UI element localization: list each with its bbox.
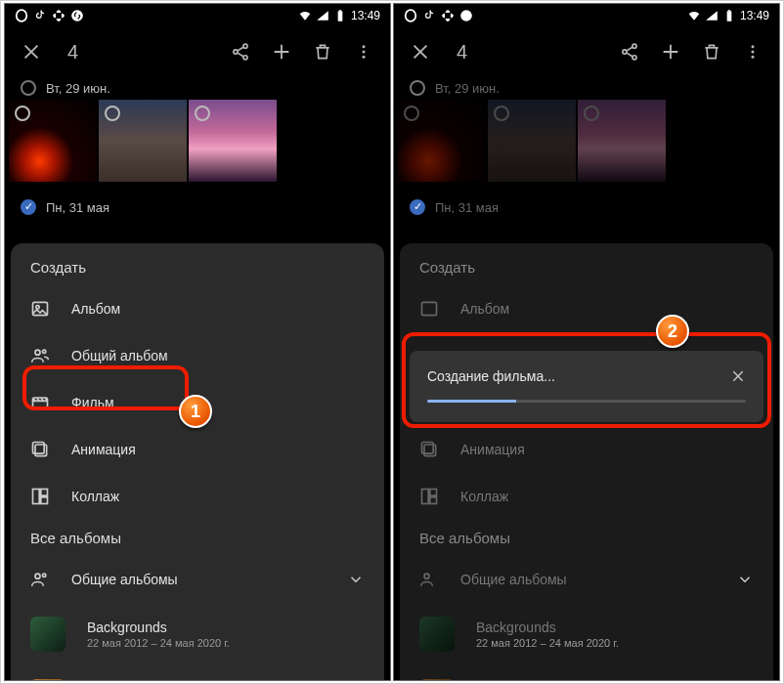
selection-count: 4 (67, 41, 220, 64)
close-button[interactable] (11, 31, 52, 72)
tiktok-icon (33, 9, 47, 22)
collage-icon (30, 487, 50, 506)
svg-point-1 (71, 10, 83, 21)
photo-thumbnail[interactable] (99, 100, 187, 182)
sheet-header-all-albums: Все альбомы (400, 530, 773, 556)
delete-button[interactable] (691, 31, 732, 72)
svg-rect-24 (727, 11, 732, 21)
svg-point-13 (43, 350, 46, 353)
sheet-header-all-albums: Все альбомы (11, 530, 384, 556)
select-ring-icon (494, 106, 509, 121)
date-label: Пн, 31 мая (46, 200, 109, 215)
annotation-badge-1: 1 (179, 395, 212, 428)
shared-albums-row[interactable]: Общие альбомы (11, 556, 384, 603)
bottom-sheet-dimmed: Создать Альбом . . Анимация Коллаж Все а… (400, 243, 773, 680)
svg-point-0 (17, 10, 27, 21)
svg-rect-3 (339, 10, 341, 11)
svg-rect-37 (430, 497, 437, 504)
close-button[interactable] (400, 31, 441, 72)
collage-icon (419, 487, 439, 506)
photo-thumbnail (488, 100, 576, 182)
date-label: Вт, 29 июн. (46, 81, 110, 96)
share-button[interactable] (609, 31, 650, 72)
wifi-icon (298, 9, 312, 22)
phone-left: 13:49 4 Вт, 29 июн. (4, 3, 391, 681)
photo-thumbnail (578, 100, 666, 182)
date-header-mid[interactable]: Пн, 31 мая (5, 195, 390, 219)
select-ring-icon (404, 106, 419, 121)
create-collage-item[interactable]: Коллаж (11, 473, 384, 520)
content-area: Вт, 29 июн. Пн, 31 мая (394, 76, 779, 219)
add-button[interactable] (261, 31, 302, 72)
progress-title: Создание фильма... (427, 368, 555, 384)
status-bar: 13:49 (5, 4, 390, 27)
app-bar: 4 (394, 27, 779, 76)
signal-icon (316, 9, 329, 22)
album-row: Backgrounds 22 мая 2012 – 24 мая 2020 г. (400, 603, 773, 665)
album-thumb-icon (419, 617, 455, 652)
sheet-header-create: Создать (11, 259, 384, 285)
photo-grid (394, 100, 779, 182)
item-label: Альбом (71, 301, 120, 317)
svg-point-20 (35, 574, 40, 578)
album-icon (419, 299, 439, 319)
progress-close-button[interactable] (730, 368, 746, 384)
create-album-item[interactable]: Альбом (11, 285, 384, 332)
create-animation-item[interactable]: Анимация (11, 426, 384, 473)
photo-grid (5, 100, 390, 182)
svg-point-11 (36, 306, 39, 309)
create-album-item: Альбом (400, 285, 773, 332)
bottom-sheet: Создать Альбом Общий альбом Фильм Анимац… (11, 243, 384, 680)
sheet-header-create: Создать (400, 259, 773, 285)
overflow-button[interactable] (343, 31, 384, 72)
wifi-icon (687, 9, 701, 22)
create-collage-item: Коллаж (400, 473, 773, 520)
album-row[interactable]: Animals 26 дек. 2011 – 24 мая 2020 г. (11, 665, 384, 681)
svg-point-23 (460, 10, 472, 21)
date-checkbox-selected-icon[interactable] (21, 199, 36, 215)
status-time: 13:49 (740, 9, 769, 22)
item-label: Анимация (71, 442, 136, 457)
svg-point-21 (43, 574, 46, 577)
selection-count: 4 (457, 41, 609, 64)
animation-icon (419, 440, 439, 459)
svg-point-12 (35, 350, 40, 355)
album-subtitle: 22 мая 2012 – 24 мая 2020 г. (87, 637, 230, 649)
select-ring-icon[interactable] (15, 106, 30, 121)
battery-icon (722, 9, 736, 22)
app-bar: 4 (5, 27, 390, 76)
svg-point-7 (363, 45, 366, 48)
date-label: Пн, 31 мая (435, 200, 499, 215)
item-label: Общий альбом (71, 348, 168, 363)
photo-thumbnail[interactable] (9, 100, 97, 182)
create-shared-album-item[interactable]: Общий альбом (11, 332, 384, 379)
date-header-top[interactable]: Вт, 29 июн. (5, 76, 390, 100)
date-checkbox-icon[interactable] (21, 80, 36, 96)
create-animation-item: Анимация (400, 426, 773, 473)
album-row: Animals 26 дек. 2011 – 24 мая 2020 г. (400, 665, 773, 681)
album-subtitle: 22 мая 2012 – 24 мая 2020 г. (476, 637, 619, 649)
svg-rect-19 (41, 497, 48, 504)
share-button[interactable] (220, 31, 261, 72)
status-time: 13:49 (351, 9, 380, 22)
select-ring-icon (584, 106, 599, 121)
select-ring-icon[interactable] (195, 106, 210, 121)
delete-button[interactable] (302, 31, 343, 72)
signal-icon (705, 9, 719, 22)
item-label: Общие альбомы (460, 572, 567, 587)
status-bar: 13:49 (394, 4, 779, 27)
select-ring-icon[interactable] (105, 106, 120, 121)
album-row[interactable]: Backgrounds 22 мая 2012 – 24 мая 2020 г. (11, 603, 384, 665)
album-thumb-icon (30, 679, 65, 681)
photo-thumbnail[interactable] (189, 100, 277, 182)
overflow-button[interactable] (732, 31, 773, 72)
svg-point-22 (406, 10, 416, 21)
animation-icon (30, 440, 50, 459)
opera-icon (404, 9, 417, 22)
item-label: Общие альбомы (71, 572, 178, 587)
svg-point-8 (363, 51, 366, 54)
svg-rect-36 (430, 490, 437, 496)
shared-albums-row: Общие альбомы (400, 556, 773, 603)
add-button[interactable] (650, 31, 691, 72)
svg-rect-18 (41, 490, 48, 496)
